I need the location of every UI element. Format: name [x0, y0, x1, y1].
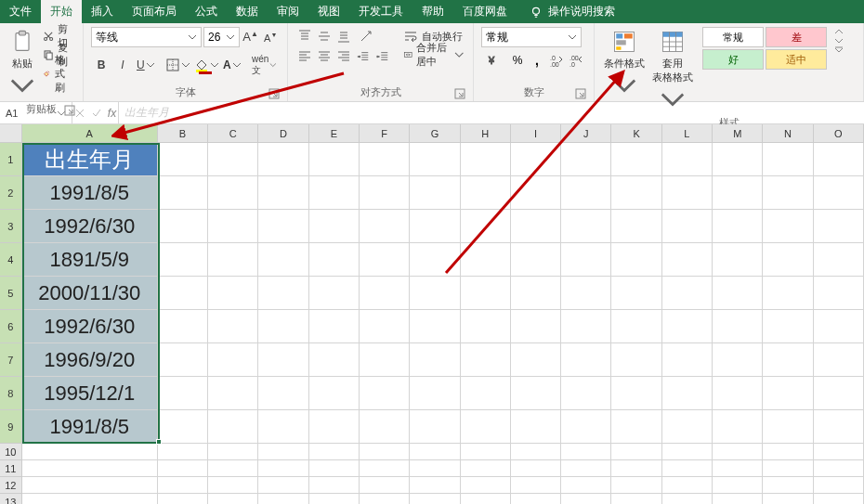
cell-L3[interactable]	[662, 210, 713, 243]
cell-A9[interactable]: 1991/8/5	[22, 410, 158, 444]
cell-E13[interactable]	[309, 494, 360, 504]
cell-J12[interactable]	[561, 477, 611, 494]
cell-N3[interactable]	[763, 210, 813, 243]
cell-K8[interactable]	[611, 377, 661, 410]
row-header-3[interactable]: 3	[0, 210, 22, 243]
cell-H2[interactable]	[461, 176, 511, 210]
cell-K11[interactable]	[611, 460, 661, 477]
cell-E10[interactable]	[309, 444, 360, 460]
cell-B7[interactable]	[158, 343, 208, 377]
align-top-button[interactable]	[295, 27, 314, 45]
cell-G12[interactable]	[410, 477, 460, 494]
cell-B2[interactable]	[158, 176, 208, 210]
row-header-4[interactable]: 4	[0, 243, 22, 277]
cell-G9[interactable]	[410, 410, 460, 444]
cell-L4[interactable]	[662, 243, 713, 277]
cell-I11[interactable]	[511, 460, 561, 477]
cell-K1[interactable]	[611, 143, 661, 176]
row-header-8[interactable]: 8	[0, 377, 22, 410]
tab-data[interactable]: 数据	[227, 0, 268, 23]
cell-I10[interactable]	[511, 444, 561, 460]
cell-C5[interactable]	[208, 277, 258, 310]
cell-A10[interactable]	[22, 444, 158, 460]
cell-D13[interactable]	[258, 494, 308, 504]
style-scroll-up-icon[interactable]	[832, 27, 845, 36]
cell-K13[interactable]	[611, 494, 661, 504]
tell-me[interactable]: 操作说明搜索	[530, 0, 615, 23]
cell-H11[interactable]	[461, 460, 511, 477]
phonetic-button[interactable]: wén文	[249, 55, 277, 75]
cell-D1[interactable]	[258, 143, 308, 176]
cell-E9[interactable]	[309, 410, 360, 444]
row-header-12[interactable]: 12	[0, 477, 22, 494]
cell-G4[interactable]	[410, 243, 460, 277]
cell-I9[interactable]	[511, 410, 561, 444]
tab-dev[interactable]: 开发工具	[349, 0, 412, 23]
cell-K5[interactable]	[611, 277, 661, 310]
tab-file[interactable]: 文件	[0, 0, 41, 23]
cell-D5[interactable]	[258, 277, 308, 310]
cell-style-bad[interactable]: 差	[766, 27, 827, 47]
cell-B6[interactable]	[158, 310, 208, 343]
cell-F3[interactable]	[360, 210, 410, 243]
cell-C3[interactable]	[208, 210, 258, 243]
cell-A5[interactable]: 2000/11/30	[22, 277, 158, 310]
cell-D10[interactable]	[258, 444, 308, 460]
format-as-table-button[interactable]: 套用 表格格式	[650, 27, 695, 114]
cell-D7[interactable]	[258, 343, 308, 377]
cell-A8[interactable]: 1995/12/1	[22, 377, 158, 410]
orientation-button[interactable]	[354, 27, 378, 45]
cell-J8[interactable]	[561, 377, 611, 410]
cell-B4[interactable]	[158, 243, 208, 277]
cell-O4[interactable]	[814, 243, 864, 277]
align-left-button[interactable]	[295, 47, 314, 66]
cell-M5[interactable]	[713, 277, 763, 310]
align-right-button[interactable]	[334, 47, 353, 66]
cell-D4[interactable]	[258, 243, 308, 277]
column-header-O[interactable]: O	[814, 124, 864, 143]
cell-B3[interactable]	[158, 210, 208, 243]
cell-O7[interactable]	[814, 343, 864, 377]
increase-decimal-button[interactable]: .0.00	[547, 51, 566, 70]
conditional-format-button[interactable]: 条件格式	[602, 27, 647, 100]
tab-view[interactable]: 视图	[308, 0, 349, 23]
row-header-13[interactable]: 13	[0, 494, 22, 504]
cell-I3[interactable]	[511, 210, 561, 243]
cell-J13[interactable]	[561, 494, 611, 504]
cell-H10[interactable]	[461, 444, 511, 460]
cell-N4[interactable]	[763, 243, 813, 277]
column-header-M[interactable]: M	[713, 124, 763, 143]
cell-N6[interactable]	[763, 310, 813, 343]
cell-B9[interactable]	[158, 410, 208, 444]
row-header-9[interactable]: 9	[0, 410, 22, 444]
cell-O5[interactable]	[814, 277, 864, 310]
fx-icon[interactable]: fx	[108, 107, 116, 120]
cancel-icon[interactable]	[74, 108, 85, 119]
cell-B12[interactable]	[158, 477, 208, 494]
cell-N9[interactable]	[763, 410, 813, 444]
cell-N7[interactable]	[763, 343, 813, 377]
column-header-H[interactable]: H	[461, 124, 511, 143]
column-header-L[interactable]: L	[662, 124, 713, 143]
merge-center-button[interactable]: 合并后居中	[401, 45, 465, 64]
tab-home[interactable]: 开始	[41, 0, 82, 23]
align-middle-button[interactable]	[315, 27, 334, 45]
cell-H6[interactable]	[461, 310, 511, 343]
column-header-N[interactable]: N	[763, 124, 813, 143]
cell-L10[interactable]	[662, 444, 713, 460]
cell-L13[interactable]	[662, 494, 713, 504]
cell-C2[interactable]	[208, 176, 258, 210]
row-header-10[interactable]: 10	[0, 444, 22, 460]
cell-A12[interactable]	[22, 477, 158, 494]
align-bottom-button[interactable]	[334, 27, 353, 45]
cell-H7[interactable]	[461, 343, 511, 377]
cell-I8[interactable]	[511, 377, 561, 410]
cell-N2[interactable]	[763, 176, 813, 210]
cell-H5[interactable]	[461, 277, 511, 310]
italic-button[interactable]: I	[112, 55, 133, 75]
cell-I7[interactable]	[511, 343, 561, 377]
dialog-launcher-icon[interactable]	[64, 105, 75, 116]
cell-J4[interactable]	[561, 243, 611, 277]
style-more-icon[interactable]	[832, 45, 845, 55]
row-header-5[interactable]: 5	[0, 277, 22, 310]
